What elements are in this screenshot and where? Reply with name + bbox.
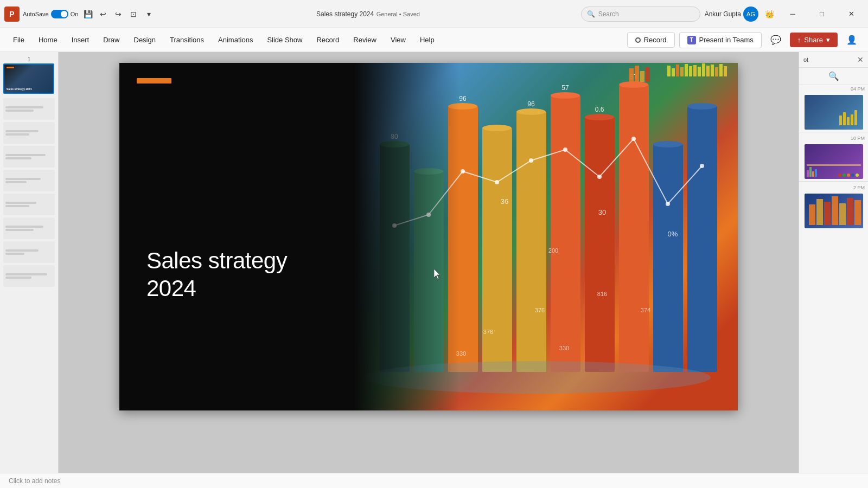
record-button[interactable]: Record xyxy=(627,32,675,48)
slide-1-number: 1 xyxy=(3,56,55,62)
share-chevron: ▾ xyxy=(826,36,830,44)
panel-thumb-2[interactable] xyxy=(805,144,863,179)
right-panel-search-icon[interactable]: 🔍 xyxy=(828,71,839,81)
menu-animations[interactable]: Animations xyxy=(212,33,259,47)
mini-bar xyxy=(812,171,814,177)
svg-rect-67 xyxy=(824,202,831,225)
slide-placeholder-7 xyxy=(3,217,55,239)
menu-insert[interactable]: Insert xyxy=(65,33,96,47)
svg-rect-70 xyxy=(847,198,853,225)
slide-title-line1: Sales strategy xyxy=(146,247,287,274)
title-bar-left: P AutoSave On 💾 ↩ ↪ ⊡ ▾ xyxy=(4,7,155,22)
title-center: Sales strategy 2024 General • Saved xyxy=(158,9,577,19)
menu-file[interactable]: File xyxy=(7,33,31,47)
menu-bar-right: Record T Present in Teams 💬 ↑ Share ▾ 👤 xyxy=(627,32,861,48)
panel-time-1: 04 PM xyxy=(799,85,868,93)
placeholder-line xyxy=(5,178,41,180)
menu-transitions[interactable]: Transitions xyxy=(163,33,210,47)
comment-icon[interactable]: 💬 xyxy=(766,33,786,47)
panel-divider-2 xyxy=(799,181,868,182)
slide-1-thumb[interactable]: Sales strategy 2024 xyxy=(3,63,54,94)
panel-thumb-1[interactable] xyxy=(805,95,863,130)
present-label: Present in Teams xyxy=(699,36,754,44)
slide-1-container: 1 Sales strategy 2024 xyxy=(3,56,55,94)
teams-icon: T xyxy=(687,36,696,44)
placeholder-line xyxy=(5,110,34,112)
autosave-toggle[interactable] xyxy=(51,10,68,18)
slide-placeholder-8 xyxy=(3,241,55,263)
svg-rect-69 xyxy=(839,203,846,225)
panel-thumb-3-svg xyxy=(805,194,863,228)
color-dot-green xyxy=(843,174,846,177)
panel-color-dots xyxy=(835,172,862,178)
user-name: Ankur Gupta xyxy=(705,10,741,18)
search-placeholder: Search xyxy=(598,10,619,18)
placeholder-line xyxy=(5,273,47,275)
placeholder-line xyxy=(5,133,29,136)
more-icon[interactable]: ▾ xyxy=(142,8,155,21)
svg-rect-68 xyxy=(832,196,838,225)
user-area: Ankur Gupta AG xyxy=(705,7,758,22)
canvas-area[interactable]: 80 96 96 57 0.6 57 36 30 0% 200 816 374 … xyxy=(59,52,799,488)
svg-rect-71 xyxy=(854,200,861,225)
crown-icon[interactable]: 👑 xyxy=(763,8,776,21)
slide-title[interactable]: Sales strategy 2024 xyxy=(146,247,287,302)
menu-bar-left: File Home Insert Draw Design Transitions… xyxy=(7,33,626,47)
redo-icon[interactable]: ↪ xyxy=(112,8,125,21)
slide-canvas[interactable]: 80 96 96 57 0.6 57 36 30 0% 200 816 374 … xyxy=(119,63,738,410)
menu-view[interactable]: View xyxy=(384,33,412,47)
menu-draw[interactable]: Draw xyxy=(97,33,126,47)
slide-1-accent-bar xyxy=(7,67,14,68)
user-avatar[interactable]: AG xyxy=(743,7,758,22)
right-panel-close-button[interactable]: ✕ xyxy=(857,55,864,64)
search-icon: 🔍 xyxy=(587,10,595,18)
restore-button[interactable]: □ xyxy=(809,5,834,23)
menu-help[interactable]: Help xyxy=(413,33,441,47)
menu-home[interactable]: Home xyxy=(32,33,64,47)
undo-icon[interactable]: ↩ xyxy=(97,8,110,21)
right-panel-header: ot ✕ xyxy=(799,52,868,68)
slide-1-thumb-text: Sales strategy 2024 xyxy=(7,87,31,91)
notes-text[interactable]: Click to add notes xyxy=(59,477,60,485)
close-button[interactable]: ✕ xyxy=(839,5,864,23)
panel-item-2: 10 PM xyxy=(799,134,868,179)
slide-placeholder-4 xyxy=(3,146,55,168)
format-icon[interactable]: ⊡ xyxy=(127,8,140,21)
placeholder-line xyxy=(5,249,39,252)
panel-time-2: 10 PM xyxy=(799,134,868,142)
slide-placeholder-2 xyxy=(3,98,55,120)
menu-slideshow[interactable]: Slide Show xyxy=(260,33,309,47)
placeholder-line xyxy=(5,106,43,108)
placeholder-line xyxy=(5,154,46,156)
panel-item-1: 04 PM xyxy=(799,85,868,130)
minimize-button[interactable]: ─ xyxy=(780,5,805,23)
share-button[interactable]: ↑ Share ▾ xyxy=(790,33,838,47)
panel-divider-1 xyxy=(799,132,868,132)
slide-placeholder-5 xyxy=(3,170,55,191)
slide-placeholder-group xyxy=(3,98,55,287)
panel-time-3: 2 PM xyxy=(799,184,868,191)
placeholder-line xyxy=(5,226,43,228)
search-box[interactable]: 🔍 Search xyxy=(581,7,700,22)
right-panel-search: 🔍 xyxy=(799,68,868,85)
mini-bar xyxy=(815,169,817,177)
record-label: Record xyxy=(644,36,667,44)
person-icon[interactable]: 👤 xyxy=(842,33,861,47)
menu-record[interactable]: Record xyxy=(310,33,346,47)
slide-dark-overlay xyxy=(119,63,738,410)
right-panel: ot ✕ 🔍 04 PM xyxy=(799,52,868,488)
mini-bar xyxy=(851,114,853,125)
color-dot-orange xyxy=(847,174,850,177)
title-bar: P AutoSave On 💾 ↩ ↪ ⊡ ▾ Sales strategy 2… xyxy=(0,0,868,28)
menu-review[interactable]: Review xyxy=(347,33,383,47)
save-icon[interactable]: 💾 xyxy=(81,8,94,21)
menu-design[interactable]: Design xyxy=(127,33,162,47)
right-panel-items: 04 PM 10 PM xyxy=(799,85,868,488)
present-in-teams-button[interactable]: T Present in Teams xyxy=(679,32,762,48)
share-label: Share xyxy=(804,36,823,44)
panel-thumb-3[interactable] xyxy=(805,194,863,228)
notes-bar[interactable]: Click to add notes xyxy=(59,473,799,488)
cursor-icon xyxy=(434,269,441,280)
powerpoint-logo: P xyxy=(4,7,20,22)
color-dot-red xyxy=(838,174,841,177)
